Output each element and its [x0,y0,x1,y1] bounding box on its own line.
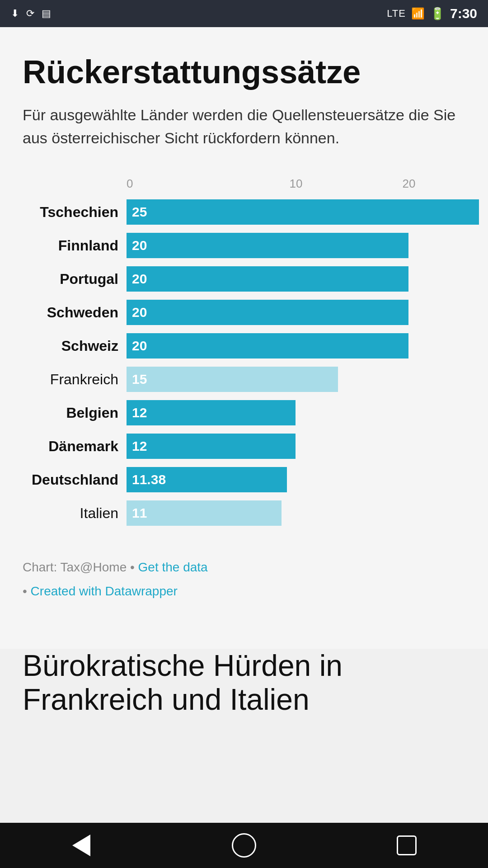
bar-area: 11 [127,499,465,527]
bar-value-label: 12 [132,405,147,420]
bar-fill: 11.38 [127,467,287,492]
lte-label: LTE [387,8,406,19]
chart-row: Finnland20 [23,231,465,259]
country-label: Deutschland [23,472,127,488]
country-label: Finnland [23,237,127,254]
country-label: Frankreich [23,371,127,388]
recents-button[interactable] [389,827,425,863]
bar-value-label: 11 [132,505,147,521]
bar-area: 20 [127,265,465,293]
chart-row: Dänemark12 [23,432,465,460]
sdcard-icon: ▤ [42,8,51,19]
back-button[interactable] [63,827,99,863]
bar-area: 20 [127,298,465,326]
bar-fill: 15 [127,367,338,392]
bars-container: Tschechien25Finnland20Portugal20Schweden… [23,198,465,527]
chart-row: Belgien12 [23,399,465,427]
bar-fill: 11 [127,500,282,526]
bar-fill: 20 [127,266,408,292]
chart-row: Deutschland11.38 [23,466,465,494]
bar-value-label: 25 [132,204,147,220]
country-label: Belgien [23,405,127,421]
axis-0: 0 [127,177,239,191]
battery-icon: 🔋 [430,7,445,21]
bar-value-label: 15 [132,372,147,387]
page-subtitle: Für ausgewählte Länder werden die Quelle… [23,104,465,150]
home-button[interactable] [226,827,262,863]
chart-row: Schweden20 [23,298,465,326]
recents-icon [397,835,417,855]
bar-fill: 25 [127,199,479,225]
country-label: Dänemark [23,438,127,455]
bar-area: 12 [127,432,465,460]
chart-axis: 0 10 20 [127,177,465,191]
chart-footer: Chart: Tax@Home • Get the data • Created… [23,555,465,603]
bar-area: 20 [127,231,465,259]
second-title: Bürokratische Hürden in Frankreich und I… [0,649,488,717]
chart-mid: • [23,584,31,598]
status-right-icons: LTE 📶 🔋 7:30 [387,6,477,21]
bottom-nav [0,823,488,868]
bar-fill: 12 [127,400,296,425]
datawrapper-link[interactable]: Created with Datawrapper [31,584,178,598]
bar-area: 12 [127,399,465,427]
bar-fill: 20 [127,333,408,359]
chart-row: Frankreich15 [23,365,465,393]
chart-row: Tschechien25 [23,198,465,226]
axis-10: 10 [239,177,352,191]
bar-fill: 20 [127,300,408,325]
time-display: 7:30 [450,6,477,21]
sync-icon: ⟳ [26,8,34,19]
bar-area: 11.38 [127,466,465,494]
page-title: Rückerstattungssätze [23,54,465,90]
chart-row: Schweiz20 [23,332,465,360]
chart-container: 0 10 20 Tschechien25Finnland20Portugal20… [23,172,465,537]
status-bar: ⬇ ⟳ ▤ LTE 📶 🔋 7:30 [0,0,488,27]
bar-fill: 12 [127,434,296,459]
bar-value-label: 12 [132,439,147,454]
country-label: Tschechien [23,204,127,221]
second-section: Bürokratische Hürden in Frankreich und I… [0,649,488,717]
download-icon: ⬇ [11,8,19,19]
bar-area: 25 [127,198,479,226]
bar-value-label: 20 [132,305,147,320]
country-label: Schweiz [23,338,127,354]
bar-value-label: 20 [132,238,147,253]
bar-area: 15 [127,365,465,393]
chart-source-prefix: Chart: Tax@Home • [23,560,138,574]
chart-row: Italien11 [23,499,465,527]
country-label: Schweden [23,304,127,321]
country-label: Italien [23,505,127,522]
signal-icon: 📶 [411,7,425,20]
axis-20: 20 [352,177,465,191]
back-icon [72,835,90,856]
home-icon [232,833,256,858]
get-data-link[interactable]: Get the data [138,560,208,574]
bar-value-label: 20 [132,271,147,287]
main-content: Rückerstattungssätze Für ausgewählte Län… [0,27,488,649]
status-left-icons: ⬇ ⟳ ▤ [11,8,51,19]
bar-fill: 20 [127,233,408,258]
country-label: Portugal [23,271,127,288]
chart-row: Portugal20 [23,265,465,293]
bar-value-label: 11.38 [132,472,166,487]
bar-area: 20 [127,332,465,360]
bar-value-label: 20 [132,338,147,354]
